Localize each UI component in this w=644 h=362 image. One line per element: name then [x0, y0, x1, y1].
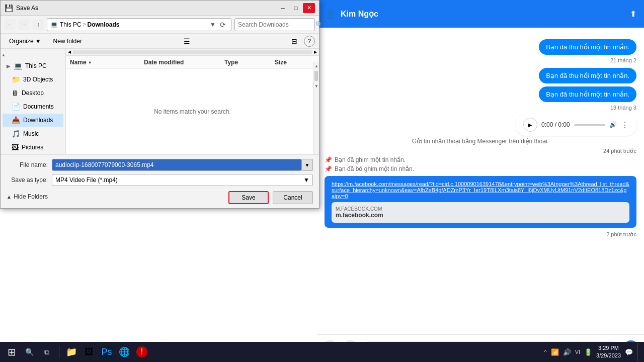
- hide-folders-toggle[interactable]: ▲ Hide Folders: [7, 191, 48, 202]
- message-bubble-2: Bạn đã thu hồi một tin nhắn.: [539, 68, 636, 83]
- keyboard-icon: VI: [575, 349, 580, 355]
- messenger-share-icon[interactable]: ⬆: [630, 9, 636, 19]
- minimize-button[interactable]: ─: [277, 3, 289, 13]
- organize-arrow: ▼: [35, 38, 41, 45]
- search-button[interactable]: 🔍: [22, 344, 37, 359]
- back-button[interactable]: ←: [5, 19, 16, 30]
- forward-button[interactable]: →: [19, 19, 30, 30]
- task-view-button[interactable]: ⧉: [39, 344, 54, 359]
- sidebar-item-3d-objects[interactable]: 📁 3D Objects: [3, 73, 63, 86]
- photos-taskbar-btn[interactable]: 🖼: [82, 344, 97, 359]
- horiz-track[interactable]: [73, 50, 312, 54]
- scroll-right-arrow[interactable]: ▶: [314, 50, 317, 54]
- pinned-message-2: 📌 Bạn đã bỏ ghim một tin nhắn.: [317, 164, 644, 173]
- cancel-button[interactable]: Cancel: [273, 191, 313, 204]
- photos-icon: 🖼: [85, 347, 94, 357]
- savetype-row: Save as type: MP4 Video File (*.mp4) ▼: [7, 174, 313, 186]
- audio-volume-icon[interactable]: 🔊: [609, 121, 617, 128]
- address-bar[interactable]: 💻 This PC > Downloads ▼ ⟳: [47, 18, 231, 31]
- photoshop-taskbar-btn[interactable]: Ps: [99, 344, 114, 359]
- column-header-date[interactable]: Date modified: [144, 59, 224, 66]
- file-explorer-taskbar-btn[interactable]: 📁: [64, 344, 79, 359]
- dialog-title-icon: 💾: [5, 4, 13, 12]
- column-header-type[interactable]: Type: [224, 59, 275, 66]
- message-row-3: Bạn đã thu hồi một tin nhắn.: [317, 85, 644, 104]
- up-button[interactable]: ↑: [33, 19, 44, 30]
- up-arrow-notif-icon[interactable]: ^: [544, 349, 546, 355]
- app-taskbar-btn[interactable]: !: [134, 344, 149, 359]
- audio-progress-bar[interactable]: [574, 124, 605, 126]
- address-dropdown-button[interactable]: ▼: [210, 21, 216, 28]
- sidebar-item-this-pc[interactable]: ▶ 💻 This PC: [3, 59, 63, 72]
- message-timestamp-1: 21 tháng 2: [317, 56, 644, 66]
- sidebar-item-downloads[interactable]: 📥 Downloads: [3, 114, 63, 127]
- documents-icon: 📄: [12, 103, 20, 111]
- pin-icon-2: 📌: [325, 165, 332, 172]
- taskbar-time: 3:29 PM: [596, 344, 621, 352]
- save-type-value: MP4 Video File (*.mp4): [55, 176, 118, 184]
- photoshop-icon: Ps: [101, 346, 112, 358]
- scroll-left-arrow[interactable]: ◀: [68, 50, 71, 54]
- new-folder-label: New folder: [53, 38, 82, 45]
- column-header-name[interactable]: Name ▲: [70, 59, 144, 66]
- horiz-scrollbar-top: ◀ ▶: [66, 49, 319, 56]
- message-row-1: Bạn đã thu hồi một tin nhắn.: [317, 38, 644, 56]
- notification-icon[interactable]: 💬: [625, 348, 633, 356]
- link-time: 2 phút trước: [317, 230, 644, 239]
- filename-dropdown-button[interactable]: ▼: [302, 159, 313, 171]
- chrome-icon: 🌐: [119, 346, 130, 357]
- search-box[interactable]: 🔍: [234, 18, 315, 31]
- sidebar-item-music[interactable]: 🎵 Music: [3, 127, 63, 140]
- battery-icon: 🔋: [584, 348, 592, 356]
- vert-scroll-down[interactable]: ▼: [313, 82, 319, 90]
- downloads-label[interactable]: Downloads: [88, 21, 120, 28]
- 3d-objects-label: 3D Objects: [23, 76, 53, 83]
- column-header-size[interactable]: Size: [275, 59, 315, 66]
- pc-icon: 💻: [50, 21, 58, 28]
- sidebar-item-pictures[interactable]: 🖼 Pictures: [3, 141, 63, 154]
- file-name-input[interactable]: [52, 159, 302, 171]
- pinned-message-1: 📌 Bạn đã ghim một tin nhắn.: [317, 155, 644, 164]
- close-button[interactable]: ✕: [303, 3, 315, 13]
- link-message[interactable]: https://m.facebook.com/messages/read/?ti…: [325, 176, 636, 228]
- dialog-titlebar: 💾 Save As ─ □ ✕: [1, 1, 319, 16]
- maximize-button[interactable]: □: [290, 3, 302, 13]
- this-pc-label[interactable]: This PC: [60, 21, 82, 28]
- file-name-label: File name:: [7, 161, 52, 168]
- dialog-title-text: Save As: [16, 5, 274, 12]
- this-pc-nav-label: This PC: [25, 62, 47, 69]
- file-area: ◀ ▶ Name ▲ Date modified Type Size: [66, 49, 319, 154]
- taskbar-separator-1: [59, 346, 59, 358]
- save-as-type-label: Save as type:: [7, 176, 52, 184]
- music-label: Music: [23, 130, 39, 137]
- organize-button[interactable]: Organize ▼: [5, 36, 46, 47]
- vert-scroll-up[interactable]: ▲: [313, 62, 319, 70]
- message-timestamp-3: 19 tháng 3: [317, 104, 644, 114]
- show-desktop-button[interactable]: [637, 343, 640, 361]
- help-button[interactable]: ?: [304, 36, 315, 47]
- taskbar-clock[interactable]: 3:29 PM 3/29/2023: [596, 344, 621, 360]
- audio-play-button[interactable]: ▶: [523, 118, 537, 132]
- audio-more-icon[interactable]: ⋮: [621, 120, 629, 130]
- audio-message[interactable]: ▶ 0:00 / 0:00 🔊 ⋮: [516, 114, 636, 136]
- sidebar-item-desktop[interactable]: 🖥 Desktop: [3, 86, 63, 100]
- chrome-taskbar-btn[interactable]: 🌐: [117, 344, 132, 359]
- link-url-text[interactable]: https://m.facebook.com/messages/read/?ti…: [332, 181, 629, 199]
- empty-message: No items match your search.: [154, 108, 231, 115]
- sidebar-item-documents[interactable]: 📄 Documents: [3, 100, 63, 113]
- save-type-arrow: ▼: [303, 176, 309, 184]
- search-input[interactable]: [238, 21, 313, 28]
- start-button[interactable]: ⊞: [4, 344, 19, 359]
- vertical-scrollbar[interactable]: ▲ ▼: [313, 62, 319, 154]
- save-type-dropdown[interactable]: MP4 Video File (*.mp4) ▼: [52, 174, 313, 186]
- new-folder-button[interactable]: New folder: [49, 36, 87, 47]
- vert-scroll-thumb[interactable]: [314, 71, 318, 81]
- message-row-2: Bạn đã thu hồi một tin nhắn.: [317, 66, 644, 85]
- hint-time: 24 phút trước: [317, 147, 644, 155]
- scroll-up-arrow[interactable]: ▲: [1, 51, 7, 59]
- save-button[interactable]: Save: [228, 191, 269, 204]
- view-toggle-button[interactable]: ⊟: [288, 36, 301, 47]
- desktop-icon: 🖥: [12, 89, 19, 97]
- refresh-button[interactable]: ⟳: [218, 20, 228, 30]
- view-options-button[interactable]: ☰: [181, 36, 194, 47]
